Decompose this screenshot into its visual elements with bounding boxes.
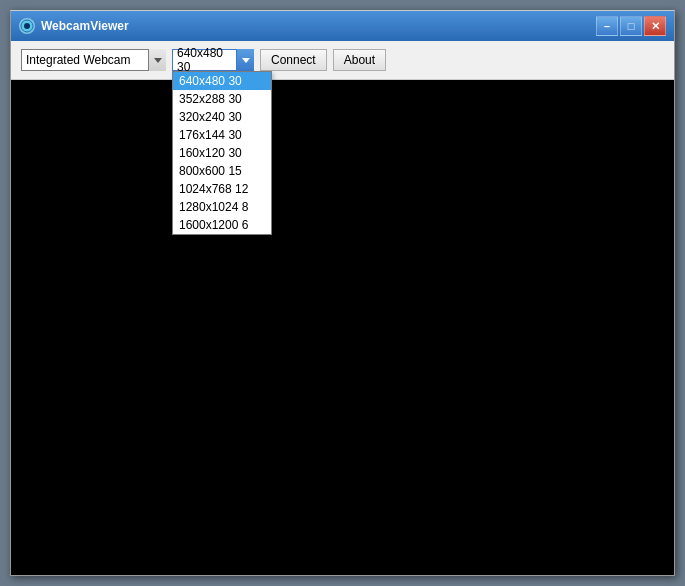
connect-button[interactable]: Connect — [260, 49, 327, 71]
dropdown-item[interactable]: 1024x768 12 — [173, 180, 271, 198]
device-select-wrapper: Integrated Webcam — [21, 49, 166, 71]
dropdown-item[interactable]: 352x288 30 — [173, 90, 271, 108]
dropdown-item[interactable]: 320x240 30 — [173, 108, 271, 126]
device-select[interactable]: Integrated Webcam — [21, 49, 166, 71]
resolution-dropdown-arrow[interactable] — [236, 49, 254, 71]
minimize-button[interactable]: – — [596, 16, 618, 36]
title-bar: WebcamViewer – □ ✕ — [11, 11, 674, 41]
dropdown-item[interactable]: 176x144 30 — [173, 126, 271, 144]
app-icon — [19, 18, 35, 34]
svg-marker-3 — [242, 58, 250, 63]
main-window: WebcamViewer – □ ✕ Integrated Webcam 640… — [10, 10, 675, 576]
svg-point-1 — [24, 23, 30, 29]
window-title: WebcamViewer — [41, 19, 596, 33]
camera-view — [11, 80, 674, 575]
dropdown-item[interactable]: 1280x1024 8 — [173, 198, 271, 216]
maximize-button[interactable]: □ — [620, 16, 642, 36]
dropdown-item[interactable]: 800x600 15 — [173, 162, 271, 180]
toolbar: Integrated Webcam 640x480 30 640x480 30 … — [11, 41, 674, 80]
resolution-wrapper: 640x480 30 640x480 30 352x288 30 320x240… — [172, 49, 254, 71]
dropdown-item[interactable]: 640x480 30 — [173, 72, 271, 90]
resolution-dropdown-list: 640x480 30 352x288 30 320x240 30 176x144… — [172, 71, 272, 235]
window-controls: – □ ✕ — [596, 16, 666, 36]
dropdown-item[interactable]: 160x120 30 — [173, 144, 271, 162]
dropdown-item[interactable]: 1600x1200 6 — [173, 216, 271, 234]
close-button[interactable]: ✕ — [644, 16, 666, 36]
about-button[interactable]: About — [333, 49, 386, 71]
